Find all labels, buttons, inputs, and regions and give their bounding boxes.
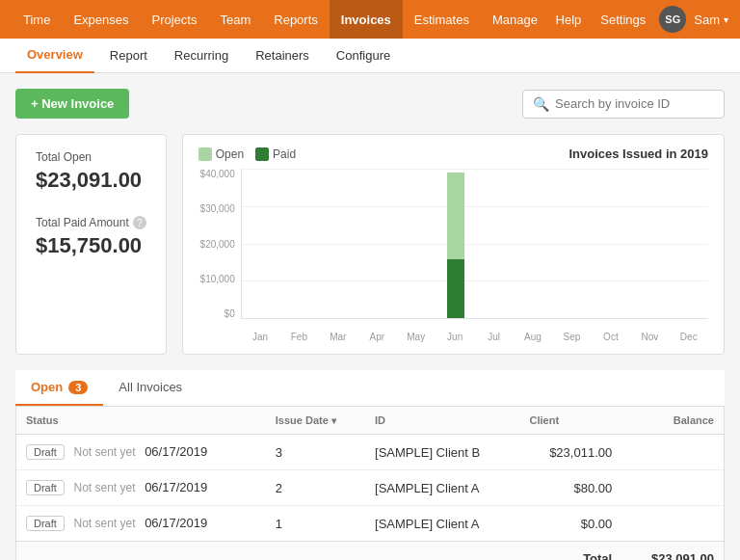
total-paid: Total Paid Amount ? $15,750.00 xyxy=(36,216,146,258)
table-row[interactable]: Draft Not sent yet 06/17/2019 3 [SAMPLE]… xyxy=(16,435,724,470)
avatar: SG xyxy=(659,6,686,33)
sort-icon: ▾ xyxy=(331,415,336,426)
help-icon[interactable]: ? xyxy=(133,216,146,229)
cell-id: 3 xyxy=(266,435,365,470)
y-label: $40,000 xyxy=(198,169,235,179)
chart-legend: Open Paid xyxy=(198,147,296,161)
nav-item-manage[interactable]: Manage xyxy=(481,0,549,39)
nav-item-invoices[interactable]: Invoices xyxy=(330,0,403,39)
search-input[interactable] xyxy=(555,96,714,111)
x-label: Jun xyxy=(436,332,474,342)
issue-date: 06/17/2019 xyxy=(145,516,207,530)
total-open-label: Total Open xyxy=(36,150,146,164)
settings-link[interactable]: Settings xyxy=(595,13,651,27)
cell-client: [SAMPLE] Client A xyxy=(365,506,519,542)
col-balance: Balance xyxy=(621,407,724,435)
status-badge: Draft xyxy=(26,516,65,531)
cell-status: Draft Not sent yet 06/17/2019 xyxy=(16,435,266,470)
status-badge: Draft xyxy=(26,480,65,495)
legend-paid: Paid xyxy=(255,147,296,161)
tabs: Open3All Invoices xyxy=(15,370,725,407)
nav-right: Help Settings SG Sam ▾ xyxy=(550,6,728,33)
x-label: Mar xyxy=(319,332,357,342)
main-content: + New Invoice 🔍 Total Open $23,091.00 To… xyxy=(0,73,740,560)
x-label: Feb xyxy=(279,332,318,342)
y-axis: $40,000$30,000$20,000$10,000$0 xyxy=(198,169,235,319)
tab-all-invoices[interactable]: All Invoices xyxy=(103,370,198,406)
total-value: $23,091.00 xyxy=(621,542,724,561)
issue-date: 06/17/2019 xyxy=(145,480,207,494)
sub-nav-item-recurring[interactable]: Recurring xyxy=(163,39,240,73)
new-invoice-button[interactable]: + New Invoice xyxy=(15,89,129,119)
cell-client: [SAMPLE] Client B xyxy=(365,435,519,470)
cell-id: 2 xyxy=(266,470,365,506)
x-label: Oct xyxy=(592,332,630,342)
cell-balance: $0.00 xyxy=(519,506,621,542)
sub-nav: OverviewReportRecurringRetainersConfigur… xyxy=(0,39,740,73)
nav-item-projects[interactable]: Projects xyxy=(141,0,209,39)
chevron-down-icon: ▾ xyxy=(724,14,728,25)
user-menu[interactable]: Sam ▾ xyxy=(694,13,728,27)
table-row[interactable]: Draft Not sent yet 06/17/2019 2 [SAMPLE]… xyxy=(16,470,724,506)
x-labels: JanFebMarAprMayJunJulAugSepOctNovDec xyxy=(241,332,708,342)
table-row[interactable]: Draft Not sent yet 06/17/2019 1 [SAMPLE]… xyxy=(16,506,724,542)
nav-item-expenses[interactable]: Expenses xyxy=(62,0,140,39)
bars-container xyxy=(241,169,708,319)
top-nav-items: TimeExpensesProjectsTeamReportsInvoicesE… xyxy=(12,0,550,39)
sub-nav-item-report[interactable]: Report xyxy=(98,39,159,73)
table-body: Draft Not sent yet 06/17/2019 3 [SAMPLE]… xyxy=(16,435,724,542)
tab-open[interactable]: Open3 xyxy=(15,370,103,406)
sent-status: Not sent yet xyxy=(73,445,135,459)
col-status: Status xyxy=(16,407,266,435)
legend-open: Open xyxy=(198,147,244,161)
total-label: Total xyxy=(16,542,621,561)
x-label: Dec xyxy=(670,332,708,342)
legend-open-dot xyxy=(198,147,212,161)
nav-item-reports[interactable]: Reports xyxy=(262,0,330,39)
x-label: Nov xyxy=(630,332,669,342)
search-icon: 🔍 xyxy=(533,96,549,112)
cell-balance: $80.00 xyxy=(519,470,621,506)
user-name-label: Sam xyxy=(694,13,720,27)
total-open: Total Open $23,091.00 xyxy=(36,150,146,193)
x-label: May xyxy=(396,332,435,342)
bar-stack xyxy=(447,173,464,318)
legend-paid-label: Paid xyxy=(273,147,296,161)
cell-id: 1 xyxy=(266,506,365,542)
cell-client: [SAMPLE] Client A xyxy=(365,470,519,506)
table-footer: Total $23,091.00 xyxy=(16,542,724,561)
sub-nav-item-overview[interactable]: Overview xyxy=(15,39,94,73)
nav-item-team[interactable]: Team xyxy=(208,0,262,39)
x-label: Jan xyxy=(241,332,279,342)
bar-paid xyxy=(447,259,464,318)
help-link[interactable]: Help xyxy=(550,13,588,27)
total-paid-value: $15,750.00 xyxy=(36,233,146,258)
summary-chart-row: Total Open $23,091.00 Total Paid Amount … xyxy=(15,134,725,355)
invoices-table: Status Issue Date ▾ ID Client Balance Dr… xyxy=(16,407,724,560)
status-badge: Draft xyxy=(26,444,65,460)
y-label: $30,000 xyxy=(198,203,235,214)
nav-item-estimates[interactable]: Estimates xyxy=(403,0,481,39)
y-label: $0 xyxy=(198,308,235,319)
search-box: 🔍 xyxy=(522,90,725,119)
col-id: ID xyxy=(365,407,519,435)
table-container: Status Issue Date ▾ ID Client Balance Dr… xyxy=(15,407,725,560)
sent-status: Not sent yet xyxy=(73,517,135,530)
sub-nav-item-configure[interactable]: Configure xyxy=(325,39,402,73)
x-label: Aug xyxy=(514,332,552,342)
y-label: $10,000 xyxy=(198,274,235,284)
table-header: Status Issue Date ▾ ID Client Balance xyxy=(16,407,724,435)
nav-item-time[interactable]: Time xyxy=(12,0,62,39)
chart-title: Invoices Issued in 2019 xyxy=(568,147,708,161)
total-paid-label: Total Paid Amount ? xyxy=(36,216,146,229)
bar-chart: $40,000$30,000$20,000$10,000$0JanFebMarA… xyxy=(198,169,708,342)
bar-open xyxy=(447,173,464,259)
issue-date: 06/17/2019 xyxy=(145,444,207,459)
y-label: $20,000 xyxy=(198,239,235,250)
sub-nav-item-retainers[interactable]: Retainers xyxy=(244,39,321,73)
legend-paid-dot xyxy=(255,147,269,161)
cell-status: Draft Not sent yet 06/17/2019 xyxy=(16,470,266,506)
col-client: Client xyxy=(519,407,621,435)
x-label: Sep xyxy=(552,332,591,342)
col-issue-date[interactable]: Issue Date ▾ xyxy=(266,407,365,435)
